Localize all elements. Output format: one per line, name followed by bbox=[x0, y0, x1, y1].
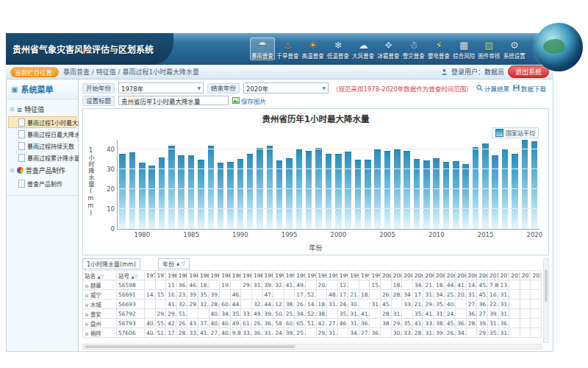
col-header-year[interactable]: 2009 bbox=[477, 271, 488, 280]
bar-1991[interactable] bbox=[247, 154, 254, 229]
col-header-year[interactable]: 1988 bbox=[251, 271, 262, 280]
bar-1993[interactable] bbox=[267, 146, 273, 229]
save-image-button[interactable]: 保存图片 bbox=[232, 96, 266, 105]
col-header-year[interactable]: 1985 bbox=[220, 271, 231, 280]
calculate-button[interactable]: 计算结果 bbox=[476, 84, 509, 93]
row-expand-icon[interactable]: ⊗ bbox=[85, 302, 89, 308]
col-header-year[interactable]: 2000 bbox=[381, 271, 392, 280]
bar-1981[interactable] bbox=[148, 166, 155, 229]
bar-1986[interactable] bbox=[198, 160, 204, 229]
nav-item-7[interactable]: ☃雪灾普查 bbox=[401, 38, 426, 60]
col-header-year[interactable]: 2002 bbox=[402, 271, 413, 280]
bar-1978[interactable] bbox=[119, 154, 126, 229]
row-expand-icon[interactable]: ⊗ bbox=[85, 322, 89, 328]
bar-2011[interactable] bbox=[443, 162, 450, 229]
col-header-year[interactable]: 1999 bbox=[370, 271, 381, 280]
station-name-cell[interactable]: ⊗盘州 bbox=[83, 319, 117, 328]
col-header-year[interactable]: 1997 bbox=[348, 271, 359, 280]
sidebar-item[interactable]: 暴雨过程日最大降水量 bbox=[8, 128, 76, 140]
start-year-select[interactable]: 1978年 ▼ bbox=[118, 82, 204, 93]
download-button[interactable]: 数据下载 bbox=[513, 84, 546, 93]
bar-1984[interactable] bbox=[178, 155, 184, 229]
nav-item-8[interactable]: ⚡雷电普查 bbox=[426, 38, 451, 60]
expand-icon[interactable]: ⊙ bbox=[10, 106, 15, 113]
sidebar-item[interactable]: 暴雨过程累计降水量 bbox=[8, 152, 76, 163]
col-header-year[interactable]: 1994 bbox=[316, 271, 327, 280]
bar-2018[interactable] bbox=[512, 154, 518, 229]
row-expand-icon[interactable]: ⊗ bbox=[85, 293, 89, 299]
filter-icon[interactable]: ▽ bbox=[182, 261, 185, 266]
end-year-select[interactable]: 2020年 ▼ bbox=[243, 82, 329, 93]
col-header-year[interactable]: 2010 bbox=[488, 271, 499, 280]
expand-icon[interactable]: ⊙ bbox=[10, 167, 15, 174]
vertical-scrollbar[interactable] bbox=[543, 258, 549, 343]
col-header-year[interactable]: 2014 bbox=[531, 271, 542, 280]
col-header-year[interactable]: 1979 bbox=[155, 271, 166, 280]
col-header-year[interactable]: 1986 bbox=[230, 271, 241, 280]
bar-1985[interactable] bbox=[188, 155, 195, 229]
col-header-year[interactable]: 2012 bbox=[509, 271, 520, 280]
col-header-year[interactable]: 2006 bbox=[445, 271, 456, 280]
bar-1999[interactable] bbox=[326, 154, 332, 229]
bar-1979[interactable] bbox=[129, 152, 136, 229]
sort-asc-icon[interactable]: ▲ bbox=[176, 261, 179, 266]
col-header-year[interactable]: 1995 bbox=[327, 271, 338, 280]
nav-item-6[interactable]: ❖冰雹普查 bbox=[376, 38, 401, 60]
col-header-year[interactable]: 2003 bbox=[412, 271, 423, 280]
tree-group-2[interactable]: ⊙普查产品制作 bbox=[8, 163, 76, 177]
bar-2002[interactable] bbox=[355, 160, 362, 229]
nav-item-2[interactable]: ♨干旱普查 bbox=[275, 38, 300, 60]
station-name-cell[interactable]: ⊗水城 bbox=[83, 300, 117, 309]
bar-2016[interactable] bbox=[492, 155, 498, 229]
nav-item-5[interactable]: ☁大风普查 bbox=[351, 38, 376, 60]
bar-2015[interactable] bbox=[482, 144, 489, 229]
bar-2005[interactable] bbox=[384, 151, 391, 229]
bar-1988[interactable] bbox=[218, 163, 224, 229]
bar-2019[interactable] bbox=[522, 140, 528, 229]
horizontal-scrollbar[interactable] bbox=[82, 344, 542, 350]
station-name-cell[interactable]: ⊗桐梓 bbox=[83, 328, 117, 338]
bar-2000[interactable] bbox=[335, 154, 342, 229]
bar-2001[interactable] bbox=[345, 152, 351, 229]
row-expand-icon[interactable]: ⊗ bbox=[85, 331, 89, 337]
nav-item-9[interactable]: ▦综合风险 bbox=[451, 38, 476, 60]
bar-1983[interactable] bbox=[168, 146, 175, 229]
station-name-cell[interactable]: ⊗普安 bbox=[83, 309, 117, 319]
nav-item-10[interactable]: ▧图件审核 bbox=[476, 38, 501, 60]
bar-2020[interactable] bbox=[531, 141, 538, 229]
col-header-year[interactable]: 1989 bbox=[262, 271, 273, 280]
col-header-year[interactable]: 1980 bbox=[166, 271, 177, 280]
column-dimension-selector[interactable]: 年份 ▲ ▽ bbox=[158, 258, 190, 269]
nav-item-1[interactable]: ☂暴雨普查 bbox=[250, 38, 275, 60]
bar-2003[interactable] bbox=[365, 160, 371, 229]
col-header-year[interactable]: 2011 bbox=[498, 271, 509, 280]
col-header-year[interactable]: 1996 bbox=[337, 271, 348, 280]
col-header-year[interactable]: 2001 bbox=[391, 271, 402, 280]
col-header-year[interactable]: 2005 bbox=[434, 271, 445, 280]
tree-group-1[interactable]: ⊙≡特征值 bbox=[8, 102, 76, 116]
bar-2007[interactable] bbox=[404, 151, 410, 229]
col-header-year[interactable]: 1991 bbox=[284, 271, 295, 280]
col-header-year[interactable]: 2007 bbox=[456, 271, 467, 280]
bar-1980[interactable] bbox=[139, 163, 146, 229]
bar-1997[interactable] bbox=[306, 151, 312, 229]
logout-button[interactable]: 退出系统 bbox=[508, 66, 549, 78]
col-header-id[interactable]: 站号 ▲▽ bbox=[117, 271, 145, 280]
nav-item-3[interactable]: ☀高温普查 bbox=[301, 38, 326, 60]
sidebar-item[interactable]: 暴雨过程持续天数 bbox=[8, 140, 76, 152]
row-expand-icon[interactable]: ⊗ bbox=[85, 283, 89, 289]
horizontal-scrollbar-thumb[interactable] bbox=[85, 345, 295, 348]
chart-title-input[interactable] bbox=[118, 96, 229, 105]
col-header-year[interactable]: 1981 bbox=[176, 271, 187, 280]
station-name-cell[interactable]: ⊗赫章 bbox=[83, 280, 117, 290]
col-header-year[interactable]: 2013 bbox=[520, 271, 531, 280]
bar-1982[interactable] bbox=[159, 158, 165, 229]
bar-2012[interactable] bbox=[453, 161, 459, 229]
sidebar-item[interactable]: 普查产品制作 bbox=[8, 177, 76, 189]
measure-selector[interactable]: 1小时降水量(mm) bbox=[82, 258, 140, 269]
bar-1989[interactable] bbox=[227, 162, 234, 229]
col-header-year[interactable]: 1984 bbox=[209, 271, 220, 280]
col-header-year[interactable]: 1982 bbox=[187, 271, 198, 280]
nav-item-4[interactable]: ❄低温普查 bbox=[326, 38, 351, 60]
col-header-name[interactable]: 站名 ▲▽ bbox=[83, 271, 117, 280]
